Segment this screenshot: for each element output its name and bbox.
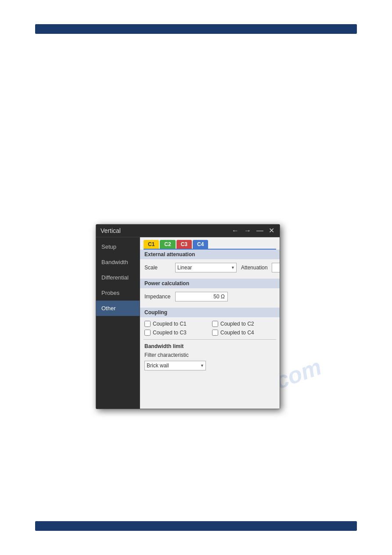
forward-button[interactable]: → — [243, 227, 252, 234]
channel-tabs: C1 C2 C3 C4 — [140, 237, 280, 249]
attenuation-input[interactable] — [272, 263, 280, 272]
coupling-c2-item: Coupled to C2 — [212, 321, 275, 327]
top-bar — [35, 24, 357, 34]
coupling-c1-item: Coupled to C1 — [144, 321, 208, 327]
external-attenuation-content: Scale Linear Logarithmic Attenuation — [140, 259, 280, 279]
impedance-row: Impedance — [144, 292, 275, 301]
tab-c4[interactable]: C4 — [193, 240, 208, 249]
dialog-title: Vertical — [101, 227, 121, 234]
back-button[interactable]: ← — [231, 227, 240, 234]
coupling-c4-checkbox[interactable] — [212, 330, 218, 336]
sidebar: Setup Bandwidth Differential Probes Othe… — [96, 237, 140, 409]
filter-row: Filter characteristic — [144, 352, 275, 358]
scale-select[interactable]: Linear Logarithmic — [175, 263, 237, 272]
coupling-c2-checkbox[interactable] — [212, 321, 218, 327]
coupling-c3-label: Coupled to C3 — [153, 330, 187, 336]
main-content: C1 C2 C3 C4 External attenuation Scale L… — [140, 237, 280, 409]
minimize-button[interactable]: — — [255, 227, 264, 234]
dialog-body: Setup Bandwidth Differential Probes Othe… — [96, 237, 280, 409]
coupling-c4-item: Coupled to C4 — [212, 330, 275, 336]
dialog-titlebar: Vertical ← → — ✕ — [96, 225, 280, 237]
tab-c2[interactable]: C2 — [160, 240, 175, 249]
bottom-bar — [35, 521, 357, 531]
coupling-header: Coupling — [140, 308, 280, 317]
external-attenuation-header: External attenuation — [140, 250, 280, 259]
sidebar-item-bandwidth[interactable]: Bandwidth — [96, 254, 140, 270]
bandwidth-row: Bandwidth limit — [144, 343, 275, 349]
coupling-c3-item: Coupled to C3 — [144, 330, 208, 336]
sidebar-item-other[interactable]: Other — [96, 301, 140, 316]
impedance-input[interactable] — [175, 292, 228, 301]
scale-select-wrapper: Linear Logarithmic — [175, 263, 237, 272]
coupling-c2-label: Coupled to C2 — [220, 321, 254, 327]
coupling-grid: Coupled to C1 Coupled to C2 Coupled to C… — [140, 317, 280, 339]
close-button[interactable]: ✕ — [268, 227, 275, 234]
sidebar-item-differential[interactable]: Differential — [96, 270, 140, 285]
coupling-c1-label: Coupled to C1 — [153, 321, 187, 327]
scale-label: Scale — [144, 265, 171, 271]
bandwidth-content: Bandwidth limit Filter characteristic Br… — [140, 340, 280, 377]
filter-select[interactable]: Brick wall Bessel Butterworth — [144, 361, 206, 370]
tab-c3[interactable]: C3 — [176, 240, 192, 249]
bandwidth-limit-label: Bandwidth limit — [144, 343, 183, 349]
power-calculation-content: Impedance — [140, 288, 280, 308]
coupling-c4-label: Coupled to C4 — [220, 330, 254, 336]
vertical-dialog: Vertical ← → — ✕ Setup Bandwidth Differe… — [96, 224, 280, 409]
scale-row: Scale Linear Logarithmic Attenuation — [144, 263, 275, 272]
attenuation-label: Attenuation — [241, 265, 267, 271]
dialog-controls: ← → — ✕ — [231, 227, 275, 234]
filter-select-wrapper: Brick wall Bessel Butterworth — [144, 361, 206, 370]
power-calculation-header: Power calculation — [140, 279, 280, 288]
sidebar-item-setup[interactable]: Setup — [96, 239, 140, 254]
filter-label: Filter characteristic — [144, 352, 189, 358]
filter-select-row: Brick wall Bessel Butterworth — [144, 361, 275, 370]
impedance-label: Impedance — [144, 294, 171, 300]
sidebar-item-probes[interactable]: Probes — [96, 285, 140, 301]
tab-c1[interactable]: C1 — [144, 240, 159, 249]
coupling-c3-checkbox[interactable] — [144, 330, 151, 336]
coupling-c1-checkbox[interactable] — [144, 321, 151, 327]
